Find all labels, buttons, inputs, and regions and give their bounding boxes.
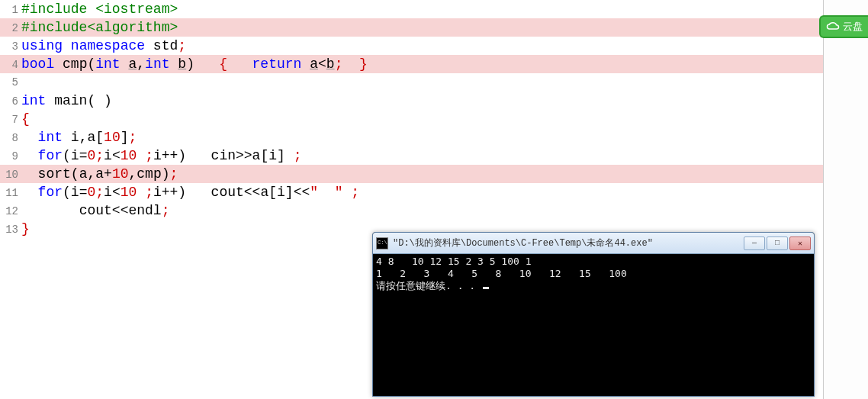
line-number: 13 [0, 220, 21, 239]
line-number: 2 [0, 19, 21, 37]
console-app-icon [376, 237, 388, 249]
line-number: 7 [0, 111, 21, 129]
line-number: 10 [0, 166, 21, 184]
close-button[interactable]: ✕ [789, 237, 811, 250]
code-text[interactable]: bool cmp(int a,int b) { return a<b; } [21, 55, 823, 73]
console-cursor [483, 287, 489, 289]
code-line[interactable]: 5 [0, 73, 823, 92]
line-number: 11 [0, 184, 21, 202]
code-line[interactable]: 9 for(i=0;i<10 ;i++) cin>>a[i] ; [0, 146, 823, 165]
console-title: "D:\我的资料库\Documents\C-Free\Temp\未命名44.ex… [393, 237, 744, 249]
code-text[interactable]: using namespace std; [21, 37, 823, 55]
console-line: 1 2 3 4 5 8 10 12 15 100 [376, 268, 811, 280]
line-number: 3 [0, 37, 21, 56]
code-line[interactable]: 12 cout<<endl; [0, 201, 823, 220]
code-line[interactable]: 4bool cmp(int a,int b) { return a<b; } [0, 55, 823, 73]
cloud-disk-badge[interactable]: 云盘 [819, 15, 868, 38]
code-text[interactable]: sort(a,a+10,cmp); [21, 165, 823, 183]
minimize-button[interactable]: — [744, 237, 765, 250]
code-line[interactable]: 11 for(i=0;i<10 ;i++) cout<<a[i]<<" " ; [0, 183, 823, 201]
editor-right-margin [824, 0, 868, 399]
line-number: 8 [0, 129, 21, 147]
code-line[interactable]: 8 int i,a[10]; [0, 128, 823, 146]
code-line[interactable]: 10 sort(a,a+10,cmp); [0, 165, 823, 183]
cloud-icon [826, 21, 840, 32]
code-line[interactable]: 6int main( ) [0, 92, 823, 110]
code-text[interactable]: #include<algorithm> [21, 18, 823, 37]
code-text[interactable]: #include <iostream> [21, 0, 823, 18]
console-line: 4 8 10 12 15 2 3 5 100 1 [376, 256, 811, 268]
code-line[interactable]: 1#include <iostream> [0, 0, 823, 18]
code-line[interactable]: 2#include<algorithm> [0, 18, 823, 37]
cloud-label: 云盘 [843, 20, 863, 34]
line-number: 1 [0, 1, 21, 19]
code-line[interactable]: 3using namespace std; [0, 37, 823, 55]
console-window[interactable]: "D:\我的资料库\Documents\C-Free\Temp\未命名44.ex… [372, 232, 815, 397]
code-line[interactable]: 7{ [0, 110, 823, 128]
line-number: 12 [0, 202, 21, 220]
code-text[interactable]: for(i=0;i<10 ;i++) cout<<a[i]<<" " ; [21, 183, 823, 201]
line-number: 6 [0, 92, 21, 111]
code-text[interactable]: cout<<endl; [21, 201, 823, 220]
line-number: 9 [0, 147, 21, 166]
code-text[interactable]: for(i=0;i<10 ;i++) cin>>a[i] ; [21, 146, 823, 165]
maximize-button[interactable]: □ [767, 237, 788, 250]
console-output[interactable]: 4 8 10 12 15 2 3 5 100 11 2 3 4 5 8 10 1… [373, 254, 814, 294]
code-text[interactable]: int main( ) [21, 92, 823, 110]
code-text[interactable]: { [21, 110, 823, 128]
console-line: 请按任意键继续. . . [376, 280, 811, 292]
code-text[interactable]: int i,a[10]; [21, 128, 823, 146]
line-number: 5 [0, 73, 21, 92]
window-controls: — □ ✕ [744, 237, 811, 250]
line-number: 4 [0, 56, 21, 74]
console-titlebar[interactable]: "D:\我的资料库\Documents\C-Free\Temp\未命名44.ex… [373, 233, 814, 254]
